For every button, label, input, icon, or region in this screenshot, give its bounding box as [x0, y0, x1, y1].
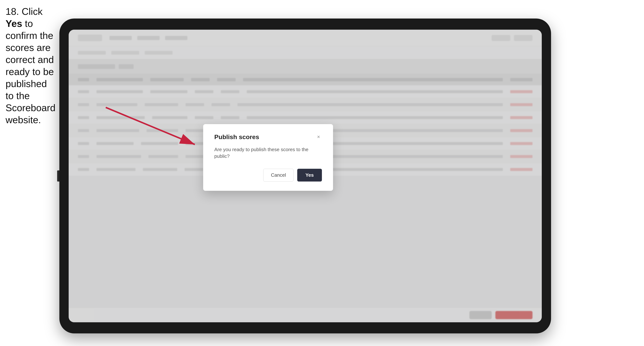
- instruction-text: 18. Click Yes to confirm the scores are …: [6, 5, 58, 126]
- tablet-device: Publish scores × Are you ready to publis…: [59, 18, 551, 334]
- dialog-title: Publish scores: [214, 133, 259, 141]
- dialog-actions: Cancel Yes: [214, 169, 322, 181]
- step-number: 18.: [6, 6, 19, 17]
- instruction-bold: Yes: [6, 18, 22, 29]
- tablet-side-button: [57, 171, 59, 181]
- instruction-text-before: Click: [22, 6, 43, 17]
- tablet-screen: Publish scores × Are you ready to publis…: [69, 30, 542, 322]
- publish-scores-dialog: Publish scores × Are you ready to publis…: [203, 124, 333, 191]
- instruction-text-after: to confirm the scores are correct and re…: [6, 18, 56, 125]
- dialog-header: Publish scores ×: [214, 133, 322, 141]
- close-icon[interactable]: ×: [315, 134, 322, 140]
- dialog-message: Are you ready to publish these scores to…: [214, 146, 322, 160]
- cancel-button[interactable]: Cancel: [263, 169, 294, 181]
- dialog-overlay: Publish scores × Are you ready to publis…: [69, 30, 542, 322]
- yes-button[interactable]: Yes: [297, 169, 322, 181]
